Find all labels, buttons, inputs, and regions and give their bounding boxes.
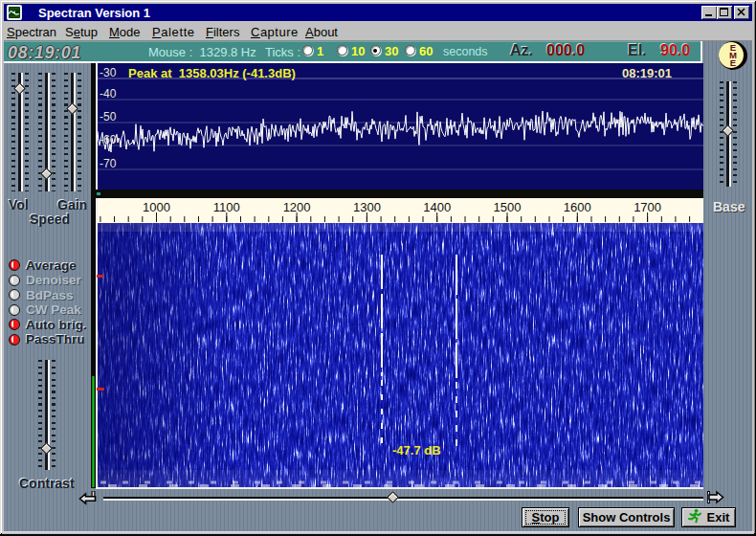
svg-text:-50: -50	[100, 110, 117, 123]
svg-text:1200: 1200	[283, 200, 311, 214]
svg-text:-47.7 dB: -47.7 dB	[392, 443, 441, 458]
svg-text:1500: 1500	[494, 200, 522, 214]
svg-text:1400: 1400	[423, 200, 451, 214]
svg-text:-60: -60	[100, 133, 117, 146]
svg-text:-40: -40	[100, 87, 117, 100]
svg-text:-70: -70	[100, 157, 117, 170]
svg-text:-30: -30	[100, 66, 117, 79]
svg-text:1300: 1300	[353, 200, 381, 214]
svg-text:1000: 1000	[143, 200, 170, 214]
svg-text:1100: 1100	[213, 200, 240, 214]
svg-text:1700: 1700	[634, 200, 661, 214]
svg-text:1600: 1600	[564, 200, 591, 214]
